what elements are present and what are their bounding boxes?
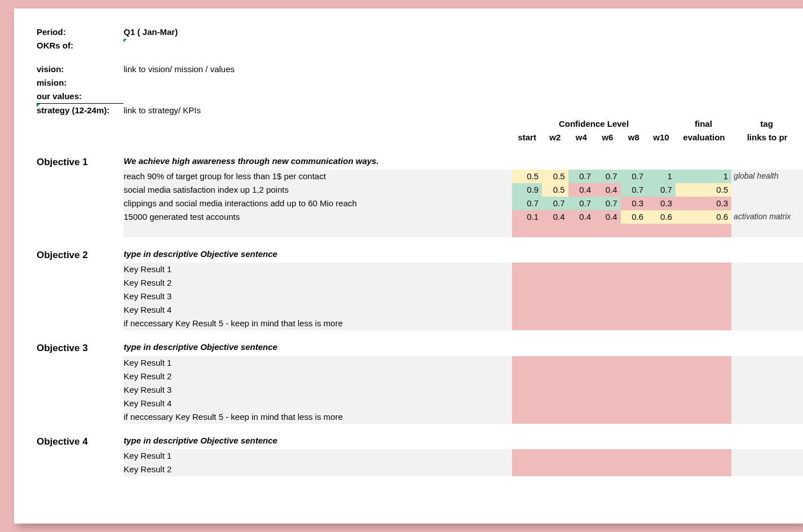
obj1-kr4-start[interactable]: 0.1 (512, 210, 542, 224)
obj1-kr5-final[interactable] (676, 224, 731, 237)
obj1-kr2-w2[interactable]: 0.5 (542, 183, 568, 197)
obj1-kr1-w8[interactable]: 0.7 (621, 170, 647, 183)
obj3-title[interactable]: type in descriptive Objective sentence (123, 340, 512, 356)
header-w10: w10 (647, 131, 676, 144)
row-obj4-kr2: Key Result 2 (37, 463, 803, 476)
obj1-kr3-w2[interactable]: 0.7 (542, 197, 568, 210)
obj4-kr2[interactable]: Key Result 2 (123, 463, 512, 476)
mision-value[interactable] (123, 76, 512, 90)
obj1-kr1-w4[interactable]: 0.7 (568, 170, 594, 183)
obj2-title[interactable]: type in descriptive Objective sentence (123, 247, 512, 263)
header-w8: w8 (621, 131, 647, 144)
row-obj1-kr4: 15000 generated test accounts 0.1 0.4 0.… (37, 210, 803, 224)
obj3-kr1[interactable]: Key Result 1 (123, 356, 512, 370)
obj2-kr3[interactable]: Key Result 3 (123, 290, 512, 303)
obj1-kr3-w6[interactable]: 0.7 (594, 197, 620, 210)
obj1-label: Objective 1 (37, 154, 123, 170)
row-obj3-kr5: if neccessary Key Result 5 - keep in min… (37, 410, 803, 424)
obj1-kr2-tag[interactable] (731, 183, 803, 197)
obj1-kr4-w8[interactable]: 0.6 (621, 210, 647, 224)
header-w2: w2 (542, 131, 568, 144)
obj1-kr1-w10[interactable]: 1 (647, 170, 676, 183)
strategy-label: strategy (12-24m): (37, 104, 123, 118)
row-obj3-kr1: Key Result 1 (37, 356, 803, 370)
obj1-kr5-tag[interactable] (731, 224, 803, 237)
row-obj4-title: Objective 4 type in descriptive Objectiv… (37, 434, 803, 449)
row-obj2-kr3: Key Result 3 (37, 290, 803, 303)
obj4-kr1[interactable]: Key Result 1 (123, 449, 512, 463)
obj3-kr4[interactable]: Key Result 4 (123, 397, 512, 410)
okrs-of-label: OKRs of: (37, 39, 123, 52)
obj1-kr2-w6[interactable]: 0.4 (594, 183, 620, 197)
obj1-kr5-w4[interactable] (568, 224, 594, 237)
obj1-kr4-tag[interactable]: activation matrix (731, 210, 803, 224)
obj1-kr4-w4[interactable]: 0.4 (568, 210, 594, 224)
obj1-kr1-w6[interactable]: 0.7 (594, 170, 620, 183)
obj3-kr2[interactable]: Key Result 2 (123, 370, 512, 383)
row-obj3-kr3: Key Result 3 (37, 383, 803, 397)
obj1-kr1-desc[interactable]: reach 90% of target group for less than … (123, 170, 512, 183)
obj1-kr3-w10[interactable]: 0.3 (647, 197, 676, 210)
obj2-kr2[interactable]: Key Result 2 (123, 276, 512, 290)
row-obj2-kr2: Key Result 2 (37, 276, 803, 290)
obj2-kr5[interactable]: if neccessary Key Result 5 - keep in min… (123, 317, 512, 330)
obj1-kr3-w4[interactable]: 0.7 (568, 197, 594, 210)
obj1-kr2-w4[interactable]: 0.4 (568, 183, 594, 197)
obj1-kr4-w6[interactable]: 0.4 (594, 210, 620, 224)
row-obj2-kr4: Key Result 4 (37, 303, 803, 317)
obj1-kr1-start[interactable]: 0.5 (512, 170, 542, 183)
obj1-kr2-start[interactable]: 0.9 (512, 183, 542, 197)
okr-sheet: Period: Q1 ( Jan-Mar) OKRs of: vision: l… (14, 8, 803, 524)
row-obj1-title: Objective 1 We achieve high awareness th… (37, 154, 803, 170)
obj3-kr5[interactable]: if neccessary Key Result 5 - keep in min… (123, 410, 512, 424)
obj2-kr4[interactable]: Key Result 4 (123, 303, 512, 317)
obj1-kr5-w10[interactable] (647, 224, 676, 237)
obj1-kr5-desc[interactable] (123, 224, 512, 237)
our-values-value[interactable] (123, 90, 512, 104)
row-obj3-kr4: Key Result 4 (37, 397, 803, 410)
period-value[interactable]: Q1 ( Jan-Mar) (123, 25, 512, 39)
obj1-kr2-w8[interactable]: 0.7 (621, 183, 647, 197)
obj1-kr1-final[interactable]: 1 (676, 170, 731, 183)
obj2-label: Objective 2 (37, 247, 123, 263)
okrs-of-value[interactable] (123, 39, 512, 52)
header-tag-1: tag (731, 117, 803, 131)
header-w4: w4 (568, 131, 594, 144)
row-values: our values: (37, 90, 803, 104)
obj4-label: Objective 4 (37, 434, 123, 449)
obj1-kr1-tag[interactable]: global health (731, 170, 803, 183)
obj1-kr2-w10[interactable]: 0.7 (647, 183, 676, 197)
obj1-title[interactable]: We achieve high awareness through new co… (123, 154, 512, 170)
obj1-kr4-desc[interactable]: 15000 generated test accounts (123, 210, 512, 224)
row-obj2-title: Objective 2 type in descriptive Objectiv… (37, 247, 803, 263)
obj1-kr4-final[interactable]: 0.6 (676, 210, 731, 224)
obj2-kr1[interactable]: Key Result 1 (123, 263, 512, 276)
obj1-kr1-w2[interactable]: 0.5 (542, 170, 568, 183)
obj1-kr5-w2[interactable] (542, 224, 568, 237)
obj1-kr4-w2[interactable]: 0.4 (542, 210, 568, 224)
mision-label: mision: (37, 76, 123, 90)
row-obj1-kr1: reach 90% of target group for less than … (37, 170, 803, 183)
row-strategy: strategy (12-24m): link to strategy/ KPI… (37, 104, 803, 118)
obj1-kr3-final[interactable]: 0.3 (676, 197, 731, 210)
obj1-kr4-w10[interactable]: 0.6 (647, 210, 676, 224)
obj4-title[interactable]: type in descriptive Objective sentence (123, 434, 512, 449)
row-mision: mision: (37, 76, 803, 90)
vision-value[interactable]: link to vision/ mission / values (123, 63, 512, 76)
row-period: Period: Q1 ( Jan-Mar) (37, 25, 803, 39)
row-obj1-kr3: clippings and social media interactions … (37, 197, 803, 210)
obj3-kr3[interactable]: Key Result 3 (123, 383, 512, 397)
obj1-kr2-desc[interactable]: social media satisfaction index up 1,2 p… (123, 183, 512, 197)
obj1-kr3-start[interactable]: 0.7 (512, 197, 542, 210)
obj1-kr2-final[interactable]: 0.5 (676, 183, 731, 197)
obj1-kr3-desc[interactable]: clippings and social media interactions … (123, 197, 512, 210)
obj1-kr3-tag[interactable] (731, 197, 803, 210)
obj1-kr3-w8[interactable]: 0.3 (621, 197, 647, 210)
obj3-label: Objective 3 (37, 340, 123, 356)
obj1-kr5-start[interactable] (512, 224, 542, 237)
strategy-value[interactable]: link to strategy/ KPIs (123, 104, 512, 118)
obj1-kr5-w6[interactable] (594, 224, 620, 237)
row-vision: vision: link to vision/ mission / values (37, 63, 803, 76)
obj1-kr5-w8[interactable] (621, 224, 647, 237)
okr-table: Period: Q1 ( Jan-Mar) OKRs of: vision: l… (37, 25, 803, 476)
